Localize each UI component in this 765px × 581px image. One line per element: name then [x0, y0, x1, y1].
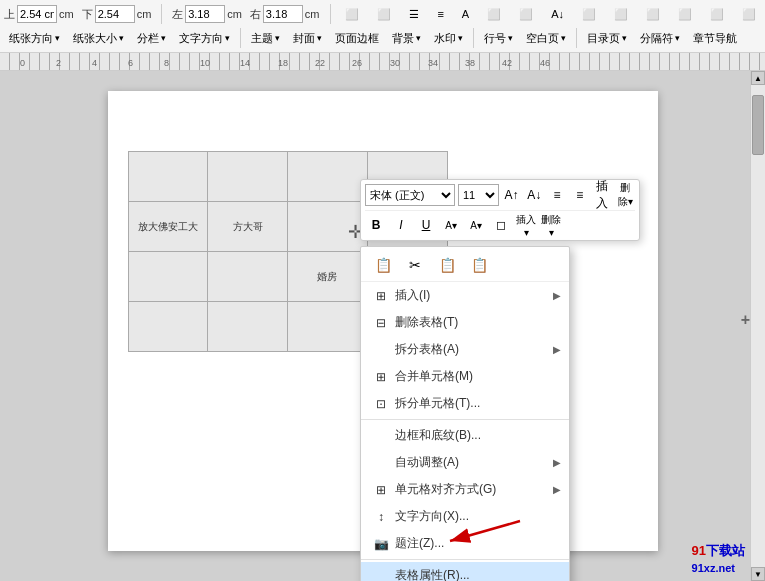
highlight-btn[interactable]: A▾	[465, 214, 487, 236]
font-size-select[interactable]: 11	[458, 184, 499, 206]
table-cell[interactable]	[208, 302, 288, 352]
ctx-delete-table-label: 删除表格(T)	[395, 314, 458, 331]
ctx-insert-item[interactable]: ⊞ 插入(I) ▶	[361, 282, 569, 309]
ctx-caption-item[interactable]: 📷 题注(Z)...	[361, 530, 569, 557]
icon-btn-2[interactable]: ⬜	[372, 7, 396, 22]
margin-bottom-input[interactable]	[95, 5, 135, 23]
margin-right-input[interactable]	[263, 5, 303, 23]
insert-mini-btn2[interactable]: 插入▾	[515, 214, 537, 236]
page-orientation-btn[interactable]: 纸张方向	[4, 30, 65, 47]
mini-toolbar: 宋体 (正文) 11 A↑ A↓ ≡ ≡ 插入 删除▾ B I U A▾ A▾ …	[360, 179, 640, 241]
table-cell[interactable]	[128, 302, 208, 352]
margin-top-unit: cm	[59, 8, 74, 20]
ruler-num-46: 46	[540, 58, 550, 68]
icon-btn-5[interactable]: A	[457, 7, 474, 21]
icon-btn-14[interactable]: ⬜	[737, 7, 761, 22]
icon-btn-12[interactable]: ⬜	[673, 7, 697, 22]
page-border-btn[interactable]: 页面边框	[330, 30, 384, 47]
watermark-red: 91	[692, 543, 706, 558]
border-btn[interactable]: ◻	[490, 214, 512, 236]
insert-mini-btn[interactable]: 插入	[593, 184, 613, 206]
ctx-split-cells-icon: ⊡	[371, 396, 391, 412]
scrollbar-up-btn[interactable]: ▲	[751, 71, 765, 85]
margin-right-unit: cm	[305, 8, 320, 20]
ctx-textdir-item[interactable]: ↕ 文字方向(X)...	[361, 503, 569, 530]
icon-btn-9[interactable]: ⬜	[577, 7, 601, 22]
table-cell[interactable]	[208, 252, 288, 302]
table-cell[interactable]	[128, 152, 208, 202]
paragraph-btn[interactable]: ≡	[570, 184, 590, 206]
icon-btn-7[interactable]: ⬜	[514, 7, 538, 22]
section-break-btn[interactable]: 分隔符	[635, 30, 685, 47]
ctx-autofit-icon	[371, 455, 391, 471]
ctx-borders-item[interactable]: 边框和底纹(B)...	[361, 422, 569, 449]
font-grow-btn[interactable]: A↑	[502, 184, 522, 206]
theme-btn[interactable]: 主题	[246, 30, 285, 47]
columns-btn[interactable]: 分栏	[132, 30, 171, 47]
ctx-split-table-item[interactable]: 拆分表格(A) ▶	[361, 336, 569, 363]
icon-btn-3[interactable]: ☰	[404, 7, 424, 22]
toolbar-sep4	[473, 28, 474, 48]
right-scrollbar[interactable]: ▲ ▼	[750, 71, 765, 581]
line-spacing-btn[interactable]: ≡	[547, 184, 567, 206]
ctx-caption-icon: 📷	[371, 536, 391, 552]
ctx-paste2-icon[interactable]: 📋	[467, 253, 491, 277]
ruler-marks	[0, 53, 765, 70]
line-num-btn[interactable]: 行号	[479, 30, 518, 47]
delete-mini-btn[interactable]: 删除▾	[615, 184, 635, 206]
ctx-align-label: 单元格对齐方式(G)	[395, 481, 496, 498]
ruler-num-0: 0	[20, 58, 25, 68]
table-cell[interactable]	[128, 252, 208, 302]
background-btn[interactable]: 背景	[387, 30, 426, 47]
ctx-align-item[interactable]: ⊞ 单元格对齐方式(G) ▶	[361, 476, 569, 503]
ctx-insert-arrow: ▶	[553, 290, 561, 301]
ctx-paste-icon[interactable]: 📋	[435, 253, 459, 277]
font-shrink-btn[interactable]: A↓	[524, 184, 544, 206]
font-name-select[interactable]: 宋体 (正文)	[365, 184, 455, 206]
icon-btn-10[interactable]: ⬜	[609, 7, 633, 22]
ctx-cut-icon[interactable]: ✂	[403, 253, 427, 277]
zoom-plus-btn[interactable]: +	[741, 311, 750, 329]
delete-mini-btn2[interactable]: 删除▾	[540, 214, 562, 236]
ctx-table-props-item[interactable]: 表格属性(R)...	[361, 562, 569, 581]
page-size-btn[interactable]: 纸张大小	[68, 30, 129, 47]
icon-btn-6[interactable]: ⬜	[482, 7, 506, 22]
toc-btn[interactable]: 目录页	[582, 30, 632, 47]
ctx-split-cells-item[interactable]: ⊡ 拆分单元格(T)...	[361, 390, 569, 417]
blank-page-btn[interactable]: 空白页	[521, 30, 571, 47]
text-direction-btn[interactable]: 文字方向	[174, 30, 235, 47]
ctx-table-props-label: 表格属性(R)...	[395, 567, 470, 581]
ctx-delete-table-item[interactable]: ⊟ 删除表格(T)	[361, 309, 569, 336]
font-color-btn[interactable]: A▾	[440, 214, 462, 236]
ctx-merge-cells-label: 合并单元格(M)	[395, 368, 473, 385]
icon-btn-8[interactable]: A↓	[546, 7, 569, 21]
table-cell[interactable]	[208, 152, 288, 202]
ctx-copy-icon[interactable]: 📋	[371, 253, 395, 277]
ctx-insert-label: 插入(I)	[395, 287, 430, 304]
underline-btn[interactable]: U	[415, 214, 437, 236]
scrollbar-thumb[interactable]	[752, 95, 764, 155]
ctx-autofit-item[interactable]: 自动调整(A) ▶	[361, 449, 569, 476]
watermark-btn[interactable]: 水印	[429, 30, 468, 47]
margin-left-label: 左	[172, 7, 183, 22]
icon-btn-1[interactable]: ⬜	[340, 7, 364, 22]
cover-btn[interactable]: 封面	[288, 30, 327, 47]
margin-left-group: 左 cm	[172, 5, 242, 23]
ctx-textdir-label: 文字方向(X)...	[395, 508, 469, 525]
table-cell[interactable]	[288, 152, 368, 202]
bold-btn[interactable]: B	[365, 214, 387, 236]
table-cell[interactable]: 婚房	[288, 252, 368, 302]
ctx-merge-cells-item[interactable]: ⊞ 合并单元格(M)	[361, 363, 569, 390]
icon-btn-13[interactable]: ⬜	[705, 7, 729, 22]
table-cell[interactable]: 方大哥	[208, 202, 288, 252]
ruler-num-10: 10	[200, 58, 210, 68]
margin-top-input[interactable]	[17, 5, 57, 23]
italic-btn[interactable]: I	[390, 214, 412, 236]
icon-btn-4[interactable]: ≡	[432, 7, 448, 21]
scrollbar-down-btn[interactable]: ▼	[751, 567, 765, 581]
table-cell[interactable]: 放大佛安工大	[128, 202, 208, 252]
table-cell[interactable]	[288, 302, 368, 352]
margin-left-input[interactable]	[185, 5, 225, 23]
icon-btn-11[interactable]: ⬜	[641, 7, 665, 22]
chapter-nav-btn[interactable]: 章节导航	[688, 30, 742, 47]
